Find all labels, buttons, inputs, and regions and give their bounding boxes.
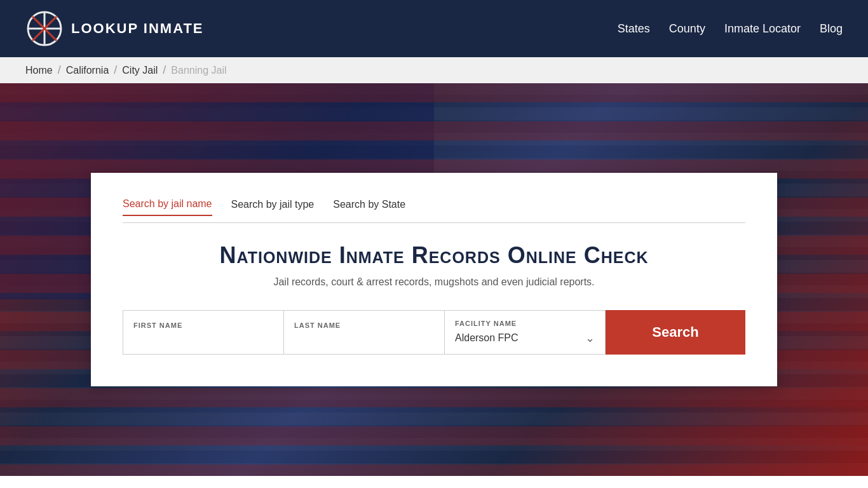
card-subtitle: Jail records, court & arrest records, mu… <box>123 276 745 288</box>
search-tabs: Search by jail name Search by jail type … <box>123 198 745 223</box>
nav-blog[interactable]: Blog <box>820 22 843 35</box>
breadcrumb-california[interactable]: California <box>66 65 109 76</box>
brand-name: LOOKUP INMATE <box>71 20 204 37</box>
facility-label: FACILITY NAME <box>455 320 595 327</box>
last-name-label: LAST NAME <box>294 322 434 329</box>
breadcrumb-city-jail[interactable]: City Jail <box>122 65 158 76</box>
nav-links: States County Inmate Locator Blog <box>618 22 843 36</box>
nav-county[interactable]: County <box>669 22 705 35</box>
logo-icon <box>25 10 64 48</box>
search-button[interactable]: Search <box>606 310 745 355</box>
last-name-input[interactable] <box>294 333 434 344</box>
facility-field[interactable]: FACILITY NAME Alderson FPC ⌄ <box>445 310 606 355</box>
tab-state[interactable]: Search by State <box>333 198 405 216</box>
first-name-input[interactable] <box>133 333 273 344</box>
nav-states[interactable]: States <box>618 22 650 35</box>
last-name-field: LAST NAME <box>284 310 445 355</box>
facility-dropdown[interactable]: Alderson FPC ⌄ <box>455 331 595 345</box>
breadcrumb-sep-1: / <box>58 64 61 77</box>
nav-inmate-locator[interactable]: Inmate Locator <box>724 22 801 35</box>
breadcrumb: Home / California / City Jail / Banning … <box>0 57 868 83</box>
hero-section: Search by jail name Search by jail type … <box>0 83 868 476</box>
first-name-label: FIRST NAME <box>133 322 273 329</box>
navbar: LOOKUP INMATE States County Inmate Locat… <box>0 0 868 57</box>
brand-link[interactable]: LOOKUP INMATE <box>25 10 204 48</box>
tab-jail-type[interactable]: Search by jail type <box>231 198 315 216</box>
first-name-field: FIRST NAME <box>123 310 284 355</box>
breadcrumb-sep-3: / <box>163 64 166 77</box>
search-form: FIRST NAME LAST NAME FACILITY NAME Alder… <box>123 310 745 355</box>
tab-jail-name[interactable]: Search by jail name <box>123 198 212 216</box>
chevron-down-icon: ⌄ <box>585 331 595 345</box>
facility-value: Alderson FPC <box>455 332 519 344</box>
search-card: Search by jail name Search by jail type … <box>91 173 777 386</box>
card-title: Nationwide Inmate Records Online Check <box>123 242 745 269</box>
breadcrumb-home[interactable]: Home <box>25 65 53 76</box>
breadcrumb-current: Banning Jail <box>171 65 226 76</box>
breadcrumb-sep-2: / <box>114 64 117 77</box>
